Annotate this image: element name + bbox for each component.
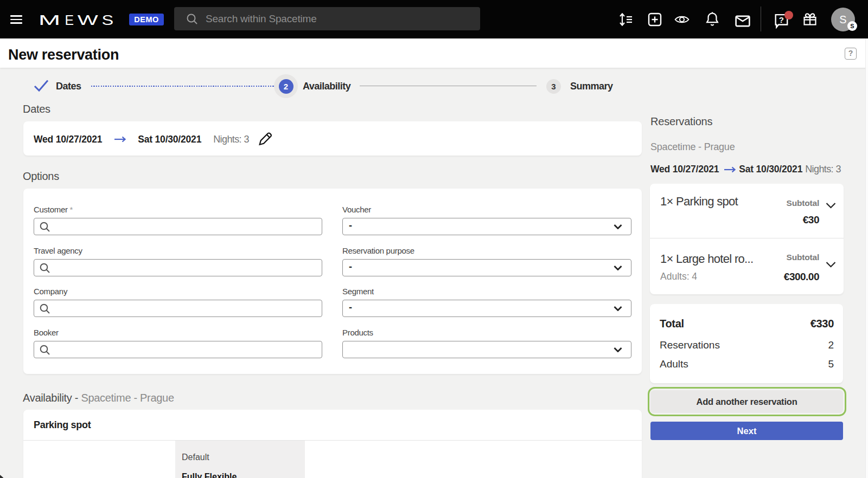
svg-text:?: ? — [779, 15, 784, 24]
svg-text:S: S — [101, 12, 113, 28]
svg-text:E: E — [65, 12, 74, 27]
svg-text:W: W — [78, 12, 98, 28]
svg-text:M: M — [39, 12, 61, 28]
